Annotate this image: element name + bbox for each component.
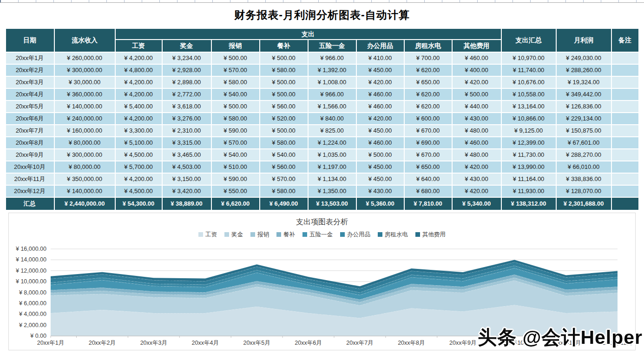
col-header-office-supplies[interactable]: 办公用品: [357, 40, 404, 52]
value-cell[interactable]: ¥ 360,000.00: [55, 89, 115, 100]
value-cell[interactable]: ¥ 4,200.00: [116, 113, 162, 124]
value-cell[interactable]: ¥ 349,442.00: [557, 89, 611, 100]
value-cell[interactable]: ¥ 420.00: [357, 77, 404, 88]
date-cell[interactable]: 20xx年8月: [6, 137, 54, 148]
col-header-other-expenses[interactable]: 其他费用: [453, 40, 501, 52]
value-cell[interactable]: ¥ 580.00: [260, 186, 308, 197]
date-cell[interactable]: 20xx年4月: [6, 89, 54, 100]
value-cell[interactable]: ¥ 670.00: [405, 149, 452, 161]
value-cell[interactable]: ¥ 5,400.00: [116, 101, 162, 112]
value-cell[interactable]: ¥ 240,000.00: [55, 113, 115, 124]
remark-cell[interactable]: [612, 77, 638, 88]
value-cell[interactable]: ¥ 650.00: [405, 161, 452, 173]
value-cell[interactable]: ¥ 3,300.00: [116, 125, 162, 136]
value-cell[interactable]: ¥ 450.00: [357, 65, 404, 76]
remark-cell[interactable]: [612, 137, 638, 148]
value-cell[interactable]: ¥ 2,928.00: [163, 65, 211, 76]
remark-cell[interactable]: [612, 161, 638, 173]
value-cell[interactable]: ¥ 249,030.00: [557, 53, 611, 64]
value-cell[interactable]: ¥ 4,200.00: [116, 53, 162, 64]
value-cell[interactable]: ¥ 580.00: [260, 65, 308, 76]
value-cell[interactable]: ¥ 840.00: [309, 113, 356, 124]
value-cell[interactable]: ¥ 450.00: [357, 161, 404, 173]
value-cell[interactable]: ¥ 540.00: [212, 89, 259, 100]
col-header-profit[interactable]: 月利润: [557, 29, 611, 52]
value-cell[interactable]: ¥ 500.00: [260, 77, 308, 88]
value-cell[interactable]: ¥ 640.00: [405, 174, 452, 185]
value-cell[interactable]: ¥ 10,558.00: [502, 89, 556, 100]
value-cell[interactable]: ¥ 288,270.00: [557, 149, 611, 161]
value-cell[interactable]: ¥ 460.00: [357, 89, 404, 100]
value-cell[interactable]: ¥ 520.00: [260, 113, 308, 124]
value-cell[interactable]: ¥ 420.00: [357, 113, 404, 124]
value-cell[interactable]: ¥ 580.00: [212, 113, 259, 124]
value-cell[interactable]: ¥ 420.00: [453, 77, 501, 88]
value-cell[interactable]: ¥ 500.00: [212, 53, 259, 64]
value-cell[interactable]: ¥ 126,836.00: [557, 101, 611, 112]
value-cell[interactable]: ¥ 67,601.00: [557, 137, 611, 148]
value-cell[interactable]: ¥ 3,465.00: [163, 149, 211, 161]
value-cell[interactable]: ¥ 138,312.00: [502, 198, 556, 210]
value-cell[interactable]: ¥ 540.00: [212, 149, 259, 161]
date-cell[interactable]: 20xx年10月: [6, 161, 54, 173]
value-cell[interactable]: ¥ 825.00: [309, 125, 356, 136]
value-cell[interactable]: ¥ 13,990.00: [502, 161, 556, 173]
value-cell[interactable]: ¥ 4,200.00: [116, 174, 162, 185]
value-cell[interactable]: ¥ 2,440,000.00: [55, 198, 115, 210]
value-cell[interactable]: ¥ 11,730.00: [502, 149, 556, 161]
value-cell[interactable]: ¥ 4,200.00: [116, 77, 162, 88]
value-cell[interactable]: ¥ 38,889.00: [163, 198, 211, 210]
remark-cell[interactable]: [612, 149, 638, 161]
value-cell[interactable]: ¥ 10,970.00: [502, 53, 556, 64]
value-cell[interactable]: ¥ 680.00: [405, 186, 452, 197]
col-header-reimbursement[interactable]: 报销: [212, 40, 259, 52]
value-cell[interactable]: ¥ 500.00: [260, 125, 308, 136]
value-cell[interactable]: ¥ 1,197.00: [309, 161, 356, 173]
date-cell[interactable]: 20xx年2月: [6, 65, 54, 76]
value-cell[interactable]: ¥ 6,490.00: [260, 198, 308, 210]
value-cell[interactable]: ¥ 460.00: [357, 137, 404, 148]
value-cell[interactable]: ¥ 540.00: [260, 149, 308, 161]
value-cell[interactable]: ¥ 54,300.00: [116, 198, 162, 210]
value-cell[interactable]: ¥ 30,000.00: [55, 77, 115, 88]
value-cell[interactable]: ¥ 430.00: [453, 113, 501, 124]
value-cell[interactable]: ¥ 300,000.00: [55, 149, 115, 161]
value-cell[interactable]: ¥ 550.00: [212, 186, 259, 197]
value-cell[interactable]: ¥ 11,740.00: [502, 65, 556, 76]
value-cell[interactable]: ¥ 460.00: [357, 101, 404, 112]
value-cell[interactable]: ¥ 570.00: [260, 174, 308, 185]
value-cell[interactable]: ¥ 4,200.00: [116, 89, 162, 100]
value-cell[interactable]: ¥ 1,392.00: [309, 65, 356, 76]
value-cell[interactable]: ¥ 10,866.00: [502, 113, 556, 124]
value-cell[interactable]: ¥ 650.00: [405, 77, 452, 88]
remark-cell[interactable]: [612, 186, 638, 197]
col-header-insurance[interactable]: 五险一金: [309, 40, 356, 52]
value-cell[interactable]: ¥ 150,875.00: [557, 125, 611, 136]
value-cell[interactable]: ¥ 500.00: [357, 149, 404, 161]
value-cell[interactable]: ¥ 430.00: [357, 186, 404, 197]
value-cell[interactable]: ¥ 500.00: [453, 89, 501, 100]
value-cell[interactable]: ¥ 19,324.00: [557, 77, 611, 88]
value-cell[interactable]: ¥ 480.00: [453, 149, 501, 161]
remark-cell[interactable]: [612, 89, 638, 100]
remark-cell[interactable]: [612, 101, 638, 112]
value-cell[interactable]: ¥ 510.00: [212, 161, 259, 173]
value-cell[interactable]: ¥ 11,930.00: [502, 186, 556, 197]
value-cell[interactable]: ¥ 590.00: [212, 174, 259, 185]
value-cell[interactable]: ¥ 1,134.00: [309, 174, 356, 185]
value-cell[interactable]: ¥ 4,500.00: [116, 186, 162, 197]
value-cell[interactable]: ¥ 670.00: [405, 125, 452, 136]
value-cell[interactable]: ¥ 620.00: [405, 89, 452, 100]
value-cell[interactable]: ¥ 350,000.00: [55, 174, 115, 185]
value-cell[interactable]: ¥ 229,134.00: [557, 113, 611, 124]
value-cell[interactable]: ¥ 1,008.00: [309, 77, 356, 88]
remark-cell[interactable]: [612, 113, 638, 124]
value-cell[interactable]: ¥ 288,260.00: [557, 65, 611, 76]
value-cell[interactable]: ¥ 560.00: [260, 101, 308, 112]
col-header-expense-total[interactable]: 支出汇总: [502, 29, 556, 52]
value-cell[interactable]: ¥ 620.00: [405, 101, 452, 112]
value-cell[interactable]: ¥ 10,676.00: [502, 77, 556, 88]
value-cell[interactable]: ¥ 5,700.00: [116, 161, 162, 173]
value-cell[interactable]: ¥ 5,100.00: [116, 137, 162, 148]
value-cell[interactable]: ¥ 420.00: [453, 186, 501, 197]
